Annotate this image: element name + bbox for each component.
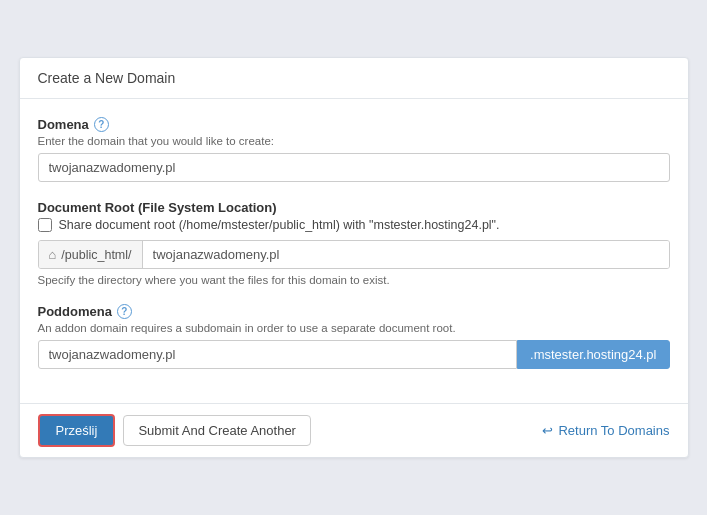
- document-root-label: Document Root (File System Location): [38, 200, 670, 215]
- path-input[interactable]: [143, 241, 669, 268]
- path-prefix-text: /public_html/: [61, 248, 131, 262]
- domena-label: Domena ?: [38, 117, 670, 132]
- domena-input[interactable]: [38, 153, 670, 182]
- submit-label: Prześlij: [56, 423, 98, 438]
- domena-section: Domena ? Enter the domain that you would…: [38, 117, 670, 182]
- poddomena-section: Poddomena ? An addon domain requires a s…: [38, 304, 670, 369]
- subdomain-row: .mstester.hosting24.pl: [38, 340, 670, 369]
- home-icon: ⌂: [49, 247, 57, 262]
- share-root-label: Share document root (/home/mstester/publ…: [59, 218, 500, 232]
- share-root-checkbox[interactable]: [38, 218, 52, 232]
- card-footer: Prześlij Submit And Create Another ↩ Ret…: [20, 403, 688, 457]
- domena-label-text: Domena: [38, 117, 89, 132]
- poddomena-label-text: Poddomena: [38, 304, 112, 319]
- share-root-row: Share document root (/home/mstester/publ…: [38, 218, 670, 232]
- path-prefix: ⌂ /public_html/: [39, 241, 143, 268]
- domena-hint: Enter the domain that you would like to …: [38, 135, 670, 147]
- card-title-text: Create a New Domain: [38, 70, 176, 86]
- poddomena-label: Poddomena ?: [38, 304, 670, 319]
- create-domain-card: Create a New Domain Domena ? Enter the d…: [19, 57, 689, 458]
- create-another-label: Submit And Create Another: [138, 423, 296, 438]
- path-row: ⌂ /public_html/: [38, 240, 670, 269]
- create-another-button[interactable]: Submit And Create Another: [123, 415, 311, 446]
- return-arrow-icon: ↩: [542, 423, 553, 438]
- poddomena-help-icon[interactable]: ?: [117, 304, 132, 319]
- submit-button[interactable]: Prześlij: [38, 414, 116, 447]
- return-label: Return To Domains: [558, 423, 669, 438]
- return-to-domains-link[interactable]: ↩ Return To Domains: [542, 423, 669, 438]
- poddomena-hint: An addon domain requires a subdomain in …: [38, 322, 670, 334]
- subdomain-suffix: .mstester.hosting24.pl: [517, 340, 669, 369]
- document-root-section: Document Root (File System Location) Sha…: [38, 200, 670, 286]
- card-body: Domena ? Enter the domain that you would…: [20, 99, 688, 403]
- card-title: Create a New Domain: [20, 58, 688, 99]
- subdomain-input[interactable]: [38, 340, 518, 369]
- path-hint: Specify the directory where you want the…: [38, 274, 670, 286]
- document-root-label-text: Document Root (File System Location): [38, 200, 277, 215]
- domena-help-icon[interactable]: ?: [94, 117, 109, 132]
